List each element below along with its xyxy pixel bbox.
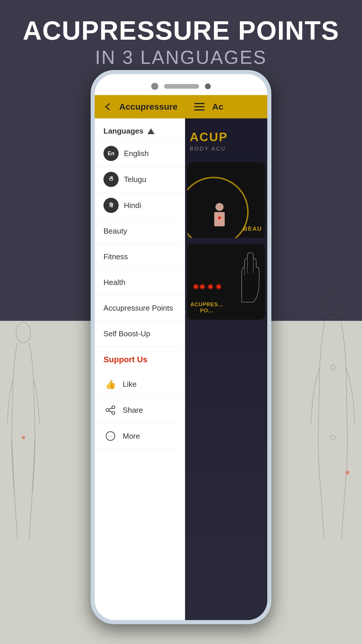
like-label: Like	[123, 380, 137, 389]
svg-point-16	[331, 435, 335, 440]
more-label: More	[123, 432, 140, 441]
menu-item-fitness[interactable]: Fitness	[95, 244, 185, 270]
menu-item-self-boost-up[interactable]: Self Boost-Up	[95, 321, 185, 347]
toolbar: Accupressure Ac	[95, 95, 267, 118]
svg-point-15	[331, 365, 335, 370]
phone-frame: Accupressure Ac Languages	[91, 70, 271, 624]
support-section: Support Us	[95, 347, 185, 371]
header-subtitle: IN 3 LANGUAGES	[0, 47, 362, 68]
deco-body-left	[6, 321, 41, 554]
header-title: ACUPRESSURE POINTS	[0, 18, 362, 44]
telugu-label: Telugu	[124, 175, 146, 184]
svg-point-13	[22, 436, 25, 439]
svg-point-1	[106, 409, 109, 412]
svg-line-4	[109, 411, 112, 412]
hamburger-line-1	[194, 103, 205, 104]
language-item-english[interactable]: En English	[95, 141, 185, 167]
menu-item-beauty[interactable]: Beauty	[95, 218, 185, 244]
navigation-drawer: Languages En English తె Telugu हि Hindi	[95, 118, 185, 620]
hamburger-line-2	[194, 106, 205, 107]
red-dot-2	[200, 285, 204, 289]
svg-point-10	[16, 322, 31, 343]
language-item-telugu[interactable]: తె Telugu	[95, 167, 185, 192]
support-item-more[interactable]: ··· More	[95, 423, 185, 449]
red-dot-4	[217, 285, 221, 289]
header-area: ACUPRESSURE POINTS IN 3 LANGUAGES	[0, 18, 362, 68]
like-icon: 👍	[103, 377, 117, 391]
toolbar-title: Accupressure	[119, 102, 178, 112]
svg-point-17	[345, 470, 349, 475]
share-icon	[103, 403, 117, 417]
beauty-label: BEAU	[243, 225, 262, 232]
acu-card[interactable]: ACUPRES...PO...	[187, 244, 265, 320]
share-label: Share	[123, 406, 143, 415]
beauty-card[interactable]: BEAU	[187, 162, 265, 238]
english-icon: En	[103, 146, 119, 161]
main-dark-bg: ACUP BODY ACU B	[185, 118, 267, 620]
toolbar-left: Accupressure	[95, 100, 185, 114]
support-item-share[interactable]: Share	[95, 397, 185, 423]
acu-label: ACUPRES...PO...	[190, 302, 223, 314]
svg-point-14	[324, 295, 342, 318]
front-camera	[151, 83, 158, 90]
phone-sensor	[205, 83, 211, 89]
app-content: Accupressure Ac Languages	[95, 95, 267, 620]
hand-illustration	[233, 250, 262, 308]
main-title: ACUP	[190, 130, 228, 144]
languages-title: Languages	[103, 127, 143, 136]
hindi-label: Hindi	[124, 201, 141, 210]
red-dot-3	[208, 285, 212, 289]
menu-item-health[interactable]: Health	[95, 270, 185, 295]
main-content: ACUP BODY ACU B	[185, 118, 267, 620]
person-figure	[211, 203, 228, 226]
svg-line-11	[12, 438, 15, 496]
language-item-hindi[interactable]: हि Hindi	[95, 192, 185, 218]
svg-line-12	[32, 438, 35, 496]
svg-point-0	[112, 406, 115, 409]
hindi-icon: हि	[103, 198, 119, 213]
menu-button[interactable]	[191, 100, 208, 113]
svg-point-2	[112, 412, 115, 414]
menu-item-accupressure-points[interactable]: Accupressure Points	[95, 295, 185, 321]
english-label: English	[124, 149, 149, 158]
red-dot-1	[194, 285, 198, 289]
svg-line-3	[109, 408, 112, 409]
phone-top-bar	[151, 83, 211, 90]
support-title: Support Us	[103, 355, 176, 364]
more-icon: ···	[103, 429, 117, 443]
back-button[interactable]	[101, 100, 115, 114]
hamburger-line-3	[194, 109, 205, 111]
svg-text:···: ···	[108, 434, 112, 439]
deco-body-right	[310, 292, 356, 554]
support-item-like[interactable]: 👍 Like	[95, 371, 185, 397]
telugu-icon: తె	[103, 172, 119, 187]
toolbar-right: Ac	[185, 95, 267, 118]
main-subtitle: BODY ACU	[190, 146, 226, 152]
phone-speaker	[164, 84, 199, 89]
toolbar-title-right: Ac	[212, 102, 223, 112]
languages-section-header: Languages	[95, 118, 185, 141]
phone-inner: Accupressure Ac Languages	[95, 74, 267, 620]
triangle-icon	[147, 128, 154, 134]
